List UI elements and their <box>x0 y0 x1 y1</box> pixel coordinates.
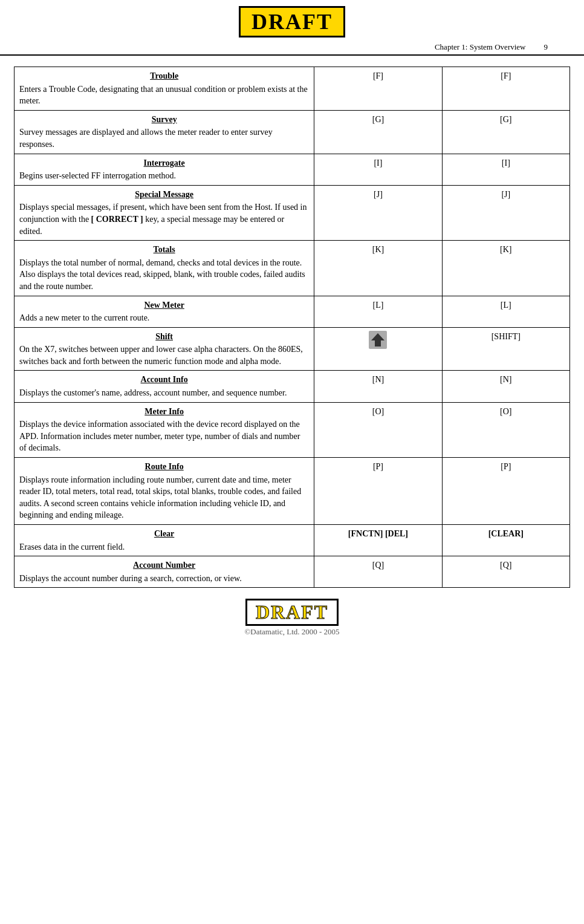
footer-copyright: ©Datamatic, Ltd. 2000 - 2005 <box>0 627 584 637</box>
860-value-account-info: [N] <box>500 375 511 384</box>
table-row: Account InfoDisplays the customer's name… <box>15 371 570 402</box>
table-row: ClearErases data in the current field.[F… <box>15 525 570 556</box>
row-label-totals: Totals <box>19 244 309 256</box>
row-description-survey: Survey messages are displayed and allows… <box>19 128 273 149</box>
860-cell-survey: [G] <box>442 110 569 154</box>
row-label-interrogate: Interrogate <box>19 157 309 169</box>
row-description-account-info: Displays the customer's name, address, a… <box>19 388 287 397</box>
x7-cell-new-meter: [L] <box>314 296 442 327</box>
table-row: New MeterAdds a new meter to the current… <box>15 296 570 327</box>
x7-cell-special-message: [J] <box>314 185 442 240</box>
x7-value-account-info: [N] <box>372 375 384 384</box>
row-description-trouble: Enters a Trouble Code, designating that … <box>19 85 308 106</box>
footer-draft-title: DRAFT <box>245 599 339 626</box>
header-draft-section: DRAFT <box>0 0 584 40</box>
function-cell-totals: TotalsDisplays the total number of norma… <box>15 241 314 296</box>
row-description-interrogate: Begins user-selected FF interrogation me… <box>19 171 176 180</box>
x7-cell-shift <box>314 327 442 371</box>
row-description-clear: Erases data in the current field. <box>19 542 125 551</box>
860-cell-route-info: [P] <box>442 458 569 525</box>
function-cell-new-meter: New MeterAdds a new meter to the current… <box>15 296 314 327</box>
x7-value-special-message: [J] <box>374 190 383 199</box>
x7-cell-clear: [FNCTN] [DEL] <box>314 525 442 556</box>
x7-cell-route-info: [P] <box>314 458 442 525</box>
row-label-route-info: Route Info <box>19 461 309 473</box>
table-row: ShiftOn the X7, switches between upper a… <box>15 327 570 371</box>
x7-cell-account-info: [N] <box>314 371 442 402</box>
860-value-account-number: [Q] <box>500 561 511 570</box>
row-description-new-meter: Adds a new meter to the current route. <box>19 313 149 322</box>
x7-value-new-meter: [L] <box>373 301 384 310</box>
860-value-clear: [CLEAR] <box>488 529 524 538</box>
table-row: Account NumberDisplays the account numbe… <box>15 556 570 588</box>
table-row: TroubleEnters a Trouble Code, designatin… <box>15 67 570 111</box>
860-cell-interrogate: [I] <box>442 154 569 185</box>
row-description-meter-info: Displays the device information associat… <box>19 420 300 452</box>
row-label-account-info: Account Info <box>19 374 309 386</box>
860-cell-account-number: [Q] <box>442 556 569 588</box>
row-label-new-meter: New Meter <box>19 299 309 311</box>
chapter-title: Chapter 1: System Overview <box>435 42 526 52</box>
shift-up-arrow-icon <box>319 331 436 353</box>
860-cell-totals: [K] <box>442 241 569 296</box>
row-description-route-info: Displays route information including rou… <box>19 475 301 520</box>
x7-value-trouble: [F] <box>373 71 383 80</box>
x7-cell-account-number: [Q] <box>314 556 442 588</box>
860-cell-clear: [CLEAR] <box>442 525 569 556</box>
x7-value-meter-info: [O] <box>372 407 384 416</box>
row-label-trouble: Trouble <box>19 70 309 82</box>
table-row: InterrogateBegins user-selected FF inter… <box>15 154 570 185</box>
function-cell-account-number: Account NumberDisplays the account numbe… <box>15 556 314 588</box>
860-cell-trouble: [F] <box>442 67 569 111</box>
row-label-clear: Clear <box>19 528 309 540</box>
row-label-account-number: Account Number <box>19 559 309 571</box>
footer-section: DRAFT ©Datamatic, Ltd. 2000 - 2005 <box>0 599 584 643</box>
row-description-shift: On the X7, switches between upper and lo… <box>19 345 303 366</box>
860-cell-new-meter: [L] <box>442 296 569 327</box>
shift-arrow-svg <box>369 331 387 349</box>
function-cell-trouble: TroubleEnters a Trouble Code, designatin… <box>15 67 314 111</box>
860-value-shift: [SHIFT] <box>492 332 521 341</box>
860-cell-account-info: [N] <box>442 371 569 402</box>
table-row: Meter InfoDisplays the device informatio… <box>15 402 570 457</box>
860-value-survey: [G] <box>500 115 511 124</box>
table-row: Special MessageDisplays special messages… <box>15 185 570 240</box>
row-label-special-message: Special Message <box>19 189 309 201</box>
x7-value-clear: [FNCTN] [DEL] <box>348 529 408 538</box>
x7-value-interrogate: [I] <box>374 158 382 168</box>
x7-value-totals: [K] <box>372 245 384 254</box>
header-draft-title: DRAFT <box>239 6 345 37</box>
function-cell-route-info: Route InfoDisplays route information inc… <box>15 458 314 525</box>
860-value-new-meter: [L] <box>501 301 511 310</box>
860-value-trouble: [F] <box>501 71 511 80</box>
function-cell-meter-info: Meter InfoDisplays the device informatio… <box>15 402 314 457</box>
row-description-special-message: Displays special messages, if present, w… <box>19 203 307 235</box>
table-row: SurveySurvey messages are displayed and … <box>15 110 570 154</box>
x7-value-survey: [G] <box>372 115 384 124</box>
page-number: 9 <box>544 42 548 52</box>
row-label-survey: Survey <box>19 114 309 126</box>
x7-cell-trouble: [F] <box>314 67 442 111</box>
main-table: TroubleEnters a Trouble Code, designatin… <box>14 67 570 588</box>
860-value-interrogate: [I] <box>502 158 510 168</box>
860-value-route-info: [P] <box>501 462 511 471</box>
function-cell-clear: ClearErases data in the current field. <box>15 525 314 556</box>
table-row: TotalsDisplays the total number of norma… <box>15 241 570 296</box>
x7-cell-interrogate: [I] <box>314 154 442 185</box>
row-description-totals: Displays the total number of normal, dem… <box>19 258 305 291</box>
x7-value-account-number: [Q] <box>372 561 384 570</box>
x7-cell-meter-info: [O] <box>314 402 442 457</box>
x7-cell-survey: [G] <box>314 110 442 154</box>
function-cell-account-info: Account InfoDisplays the customer's name… <box>15 371 314 402</box>
860-cell-special-message: [J] <box>442 185 569 240</box>
table-row: Route InfoDisplays route information inc… <box>15 458 570 525</box>
860-value-special-message: [J] <box>501 190 510 199</box>
page: DRAFT Chapter 1: System Overview 9 Troub… <box>0 0 584 924</box>
function-cell-survey: SurveySurvey messages are displayed and … <box>15 110 314 154</box>
function-cell-special-message: Special MessageDisplays special messages… <box>15 185 314 240</box>
function-cell-shift: ShiftOn the X7, switches between upper a… <box>15 327 314 371</box>
row-description-account-number: Displays the account number during a sea… <box>19 574 242 583</box>
row-label-shift: Shift <box>19 331 309 343</box>
860-value-totals: [K] <box>500 245 511 254</box>
x7-cell-totals: [K] <box>314 241 442 296</box>
